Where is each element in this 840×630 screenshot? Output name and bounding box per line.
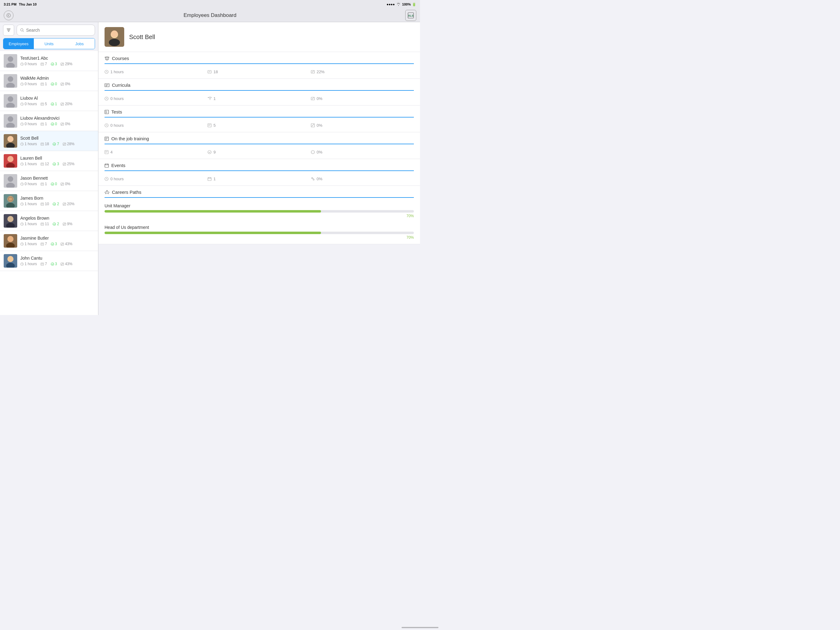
svg-point-80 bbox=[51, 263, 54, 266]
tests-hours-stat: 0 hours bbox=[104, 123, 208, 128]
ojt-header: On the job training bbox=[98, 132, 420, 144]
search-input[interactable] bbox=[26, 28, 92, 33]
employee-hours: 1 hours bbox=[20, 142, 37, 146]
svg-point-76 bbox=[7, 256, 14, 262]
events-count-stat: 1 bbox=[208, 177, 311, 181]
career-path-title: Head of Us department bbox=[104, 225, 414, 230]
svg-point-23 bbox=[51, 103, 54, 106]
employee-name: Liubov Alexandrovici bbox=[20, 116, 95, 120]
employee-completed: 3 bbox=[51, 262, 57, 266]
tests-count: 5 bbox=[213, 123, 216, 128]
events-hours: 0 hours bbox=[111, 177, 123, 181]
employee-hours: 1 hours bbox=[20, 202, 37, 206]
tab-jobs[interactable]: Jobs bbox=[64, 38, 95, 49]
wifi-icon bbox=[396, 2, 401, 6]
ojt-section: On the job training 4 9 bbox=[98, 132, 420, 159]
events-count: 1 bbox=[213, 177, 216, 181]
battery-level: 100% bbox=[402, 2, 411, 6]
avatar bbox=[4, 254, 17, 268]
svg-point-9 bbox=[51, 63, 54, 65]
search-bar bbox=[0, 22, 98, 38]
list-item[interactable]: Jasmine Butler 1 hours 7 bbox=[0, 231, 98, 251]
tab-units[interactable]: Units bbox=[34, 38, 64, 49]
svg-point-54 bbox=[7, 196, 14, 202]
careers-header: Careers Paths bbox=[98, 186, 420, 197]
events-percent: 0% bbox=[317, 177, 322, 181]
events-section: Events 0 hours 1 bbox=[98, 159, 420, 186]
employee-courses: 18 bbox=[41, 142, 49, 146]
list-item[interactable]: Scott Bell 1 hours 18 bbox=[0, 131, 98, 151]
list-item[interactable]: WalkMe Admin 0 hours 1 bbox=[0, 71, 98, 91]
employee-name: Liubov Al bbox=[20, 96, 95, 101]
employee-completed: 3 bbox=[51, 242, 57, 246]
list-item[interactable]: Lauren Bell 1 hours 12 bbox=[0, 151, 98, 171]
employee-completed: 7 bbox=[52, 142, 59, 146]
svg-point-12 bbox=[8, 76, 13, 82]
curricula-count: 1 bbox=[213, 96, 216, 101]
list-item[interactable]: TestUser1 Abc 0 hours 7 bbox=[0, 51, 98, 71]
avatar bbox=[4, 234, 17, 248]
employee-courses: 7 bbox=[41, 262, 47, 266]
tab-employees[interactable]: Employees bbox=[3, 38, 34, 49]
avatar bbox=[4, 174, 17, 188]
main-layout: Employees Units Jobs TestUser1 Abc bbox=[0, 22, 420, 315]
events-divider bbox=[104, 171, 414, 171]
employee-courses: 5 bbox=[41, 102, 47, 106]
svg-point-44 bbox=[53, 163, 56, 166]
svg-point-0 bbox=[7, 14, 11, 17]
careers-title: Careers Paths bbox=[112, 190, 141, 195]
career-path-title: Unit Manager bbox=[104, 203, 414, 208]
employee-hours: 1 hours bbox=[20, 222, 37, 226]
ojt-count-stat: 4 bbox=[104, 150, 208, 154]
avatar bbox=[4, 54, 17, 68]
courses-hours: 1 hours bbox=[111, 70, 123, 74]
list-item[interactable]: John Cantu 1 hours 7 bbox=[0, 251, 98, 271]
employee-name: Scott Bell bbox=[20, 136, 95, 141]
careers-section: Careers Paths Unit Manager 70% Head of U… bbox=[98, 186, 420, 244]
ojt-count: 4 bbox=[111, 150, 112, 154]
employee-percent: 0% bbox=[61, 182, 70, 186]
ojt-divider bbox=[104, 144, 414, 144]
careers-divider bbox=[104, 197, 414, 198]
employee-percent: 29% bbox=[61, 62, 72, 66]
employee-hours: 1 hours bbox=[20, 162, 37, 166]
svg-rect-101 bbox=[208, 177, 211, 180]
svg-rect-99 bbox=[105, 164, 109, 167]
excel-export-button[interactable]: XLS bbox=[405, 10, 416, 21]
employee-hours: 0 hours bbox=[20, 102, 37, 106]
curricula-percent-stat: 0% bbox=[311, 96, 414, 101]
avatar bbox=[4, 194, 17, 207]
list-item[interactable]: Liubov Alexandrovici 0 hours 1 bbox=[0, 111, 98, 131]
svg-point-47 bbox=[8, 176, 13, 182]
employee-list: TestUser1 Abc 0 hours 7 bbox=[0, 51, 98, 315]
svg-point-51 bbox=[51, 183, 54, 185]
profile-name: Scott Bell bbox=[129, 33, 155, 41]
tests-hours: 0 hours bbox=[111, 123, 123, 128]
avatar bbox=[4, 94, 17, 108]
svg-point-59 bbox=[53, 203, 56, 206]
career-path-percent: 70% bbox=[104, 235, 414, 240]
courses-count-stat: 18 bbox=[208, 70, 311, 74]
list-item[interactable]: Angelos Brown 1 hours 11 bbox=[0, 211, 98, 231]
tab-group: Employees Units Jobs bbox=[3, 38, 95, 49]
curricula-hours-stat: 0 hours bbox=[104, 96, 208, 101]
status-time: 3:21 PM bbox=[4, 2, 17, 6]
employee-name: Jasmine Butler bbox=[20, 236, 95, 241]
list-item[interactable]: Jason Bennett 0 hours 1 bbox=[0, 171, 98, 191]
employee-percent: 25% bbox=[63, 162, 74, 166]
svg-point-73 bbox=[51, 243, 54, 245]
svg-point-97 bbox=[208, 150, 211, 154]
employee-completed: 0 bbox=[51, 82, 57, 86]
list-item[interactable]: James Born 1 hours 10 bbox=[0, 191, 98, 211]
ojt-percent-stat: 0% bbox=[311, 150, 414, 154]
search-input-container[interactable] bbox=[17, 25, 95, 36]
back-button[interactable] bbox=[4, 11, 14, 20]
tests-title: Tests bbox=[111, 109, 122, 114]
svg-point-37 bbox=[53, 143, 56, 146]
tests-section: Tests 0 hours 5 bbox=[98, 106, 420, 132]
status-bar: 3:21 PM Thu Jan 10 ●●●● 100% 🔋 bbox=[0, 0, 420, 9]
list-item[interactable]: Liubov Al 0 hours 5 bbox=[0, 91, 98, 111]
curricula-divider bbox=[104, 90, 414, 91]
sort-button[interactable] bbox=[3, 25, 14, 36]
employee-percent: 28% bbox=[63, 142, 74, 146]
